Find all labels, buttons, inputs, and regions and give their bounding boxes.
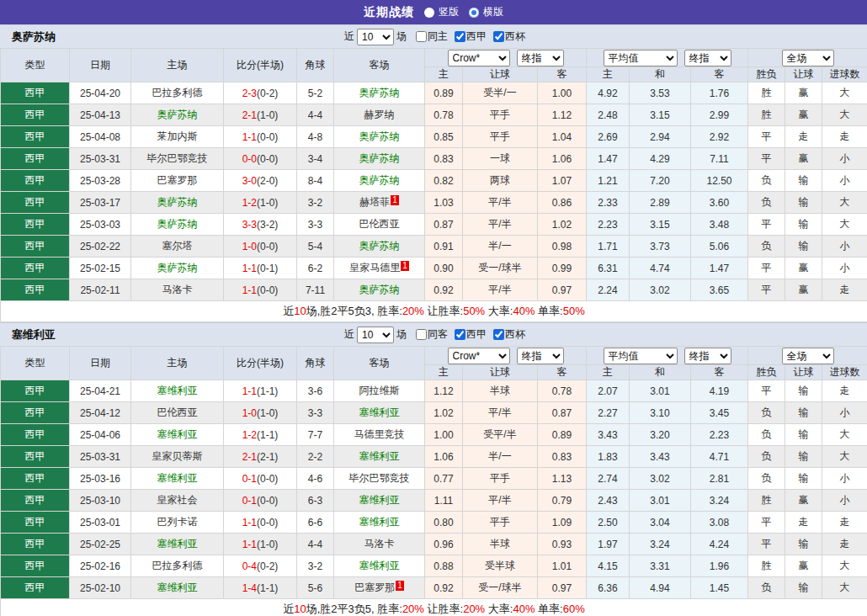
result-wdl: 平: [748, 214, 785, 236]
handicap-index-select[interactable]: 终指: [517, 50, 564, 66]
avg-home-odds: 2.74: [587, 468, 630, 490]
handicap-line: 平/半: [463, 214, 538, 236]
fulltime-select[interactable]: 全场: [782, 348, 834, 364]
score-cell: 2-1(1-0): [224, 104, 297, 126]
games-label: 场: [396, 29, 407, 44]
avg-home-odds: 2.69: [587, 126, 630, 148]
date-cell: 25-04-06: [70, 424, 131, 446]
result-wdl: 负: [748, 446, 785, 468]
result-wdl: 负: [748, 170, 785, 192]
halftime-score: (1-0): [257, 539, 278, 550]
avg-draw-odds: 3.43: [630, 446, 691, 468]
date-cell: 25-02-11: [70, 279, 131, 301]
team-name-text: 巴塞罗那: [354, 581, 395, 593]
result-handicap: 赢: [785, 490, 822, 512]
home-team-cell: 毕尔巴鄂竞技: [131, 148, 224, 170]
avg-draw-odds: 3.04: [630, 512, 691, 534]
match-row: 西甲25-03-17奥萨苏纳1-2(1-0)3-2赫塔菲11.03平/半0.86…: [1, 192, 867, 214]
league-type-cell: 西甲: [1, 148, 70, 170]
summary-row: 近10场,胜2平5负3, 胜率:20% 让胜率:50% 大率:40% 单率:50…: [1, 301, 867, 322]
odds-company-select[interactable]: Crow*: [448, 50, 510, 66]
odds-company-select[interactable]: Crow*: [448, 348, 510, 364]
avg-draw-odds: 3.02: [630, 279, 691, 301]
home-team-cell: 莱加内斯: [131, 126, 224, 148]
league-checkbox[interactable]: [455, 31, 465, 42]
recent-games-select[interactable]: 10: [357, 327, 394, 343]
layout-vertical-radio[interactable]: 竖版: [424, 5, 459, 19]
average-select[interactable]: 平均值: [604, 50, 678, 66]
same-venue-label: 同主: [428, 29, 448, 44]
fulltime-score: 1-2: [242, 429, 257, 441]
result-handicap: 赢: [785, 104, 822, 126]
col-header-type: 类型: [1, 49, 70, 82]
away-team-cell: 赫塔菲1: [334, 192, 425, 214]
avg-draw-odds: 3.01: [630, 380, 691, 402]
home-team-cell: 巴拉多利德: [131, 82, 224, 104]
summary-text-part: 场,胜2平5负3, 胜率:: [306, 305, 402, 317]
col-header-corner: 角球: [297, 347, 334, 380]
team-name-text: 巴拉多利德: [152, 87, 203, 98]
team-name-text: 毕尔巴鄂竞技: [147, 152, 208, 164]
result-goals: 大: [822, 104, 867, 126]
halftime-score: (0-0): [257, 473, 278, 485]
average-index-select[interactable]: 终指: [684, 348, 731, 364]
recent-games-select[interactable]: 10: [357, 29, 394, 45]
handicap-away-odds: 0.78: [538, 380, 587, 402]
team-name-text: 塞维利亚: [359, 494, 400, 506]
same-venue-checkbox[interactable]: [416, 31, 427, 42]
team-name-text: 奥萨苏纳: [157, 218, 198, 230]
radio-label: 横版: [483, 5, 503, 19]
score-cell: 1-1(0-1): [224, 258, 297, 279]
home-team-cell: 塞尔塔: [131, 236, 224, 258]
handicap-home-odds: 0.77: [425, 468, 463, 490]
date-cell: 25-02-10: [70, 577, 131, 599]
result-goals: 走: [822, 126, 867, 148]
team-name-text: 塞维利亚: [359, 450, 400, 462]
sub-result-goals: 进球数: [822, 67, 867, 82]
layout-horizontal-radio[interactable]: 横版: [469, 5, 503, 19]
avg-draw-odds: 3.10: [630, 402, 691, 424]
handicap-line: 受半球: [463, 555, 538, 577]
sub-avg-home: 主: [587, 67, 630, 82]
handicap-line: 平/半: [463, 490, 538, 512]
cup-checkbox[interactable]: [493, 329, 504, 340]
team-name-text: 赫塔菲: [359, 196, 390, 208]
col-header-date: 日期: [70, 49, 131, 82]
league-checkbox[interactable]: [455, 329, 465, 340]
result-wdl: 负: [748, 192, 785, 214]
match-row: 西甲25-03-03奥萨苏纳3-3(3-2)3-3巴伦西亚0.87平/半1.02…: [1, 214, 867, 236]
team-name-text: 塞维利亚: [359, 560, 400, 571]
handicap-home-odds: 0.89: [425, 82, 463, 104]
average-index-select[interactable]: 终指: [684, 50, 731, 66]
match-row: 西甲25-03-01巴列卡诺1-1(0-0)6-6塞维利亚0.80平手1.092…: [1, 512, 867, 534]
team-name-text: 马洛卡: [364, 538, 395, 550]
cup-checkbox[interactable]: [493, 31, 504, 42]
filter-controls: 近 10 场 同客 西甲 西杯: [342, 327, 525, 343]
fulltime-score: 1-1: [242, 517, 257, 528]
corner-cell: 3-2: [297, 192, 334, 214]
result-goals: 走: [822, 380, 867, 402]
league-type-cell: 西甲: [1, 402, 70, 424]
halftime-score: (0-2): [257, 88, 278, 99]
fulltime-select[interactable]: 全场: [782, 50, 834, 66]
handicap-away-odds: 0.97: [538, 279, 587, 301]
same-venue-checkbox[interactable]: [416, 329, 427, 340]
average-select[interactable]: 平均值: [604, 348, 678, 364]
sub-home-odds: 主: [425, 365, 463, 380]
team-name-text: 奥萨苏纳: [359, 284, 400, 295]
summary-text-part: 近: [283, 305, 294, 317]
league-type-cell: 西甲: [1, 534, 70, 555]
handicap-line: 受一/球半: [463, 577, 538, 599]
handicap-home-odds: 0.91: [425, 236, 463, 258]
handicap-index-select[interactable]: 终指: [517, 348, 564, 364]
result-handicap: 赢: [785, 555, 822, 577]
result-handicap: 输: [785, 446, 822, 468]
recent-results-page: 近期战绩 竖版 横版 奥萨苏纳 近 10 场 同主 西甲 西杯: [0, 0, 867, 616]
date-cell: 25-03-28: [70, 170, 131, 192]
avg-draw-odds: 3.01: [630, 490, 691, 512]
summary-text-part: 50%: [563, 305, 585, 317]
games-label: 场: [396, 327, 407, 342]
home-team-cell: 塞维利亚: [131, 577, 224, 599]
team-name-text: 巴伦西亚: [359, 218, 400, 230]
result-wdl: 平: [748, 512, 785, 534]
